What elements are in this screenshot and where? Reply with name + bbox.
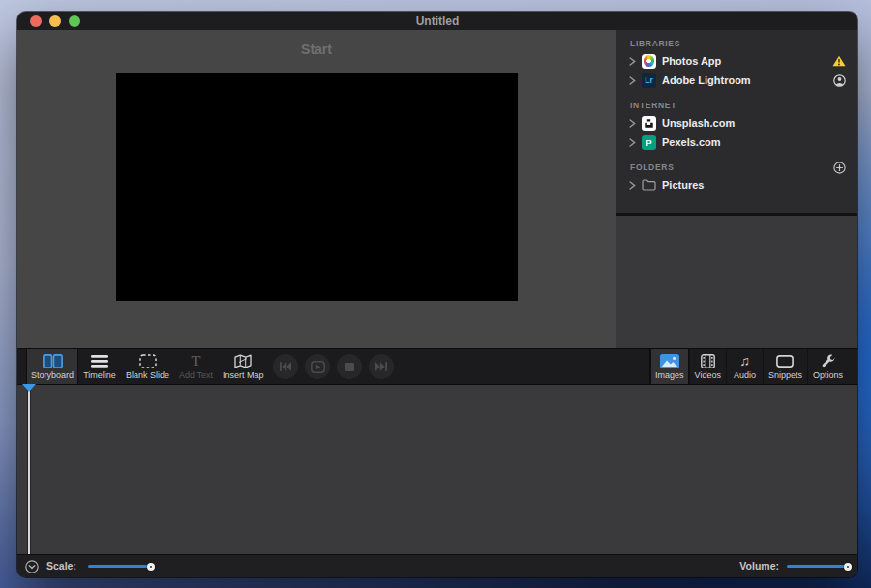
audio-tab-button[interactable]: ♫ Audio (726, 349, 763, 384)
traffic-lights (30, 15, 80, 27)
section-header-libraries: LIBRARIES (616, 36, 857, 51)
pexels-icon: P (642, 135, 656, 150)
storyboard-icon (43, 354, 63, 368)
minimize-button[interactable] (49, 15, 61, 27)
play-button[interactable] (305, 354, 330, 379)
main-content: Start LIBRARIES Photos App (17, 30, 857, 348)
volume-slider-knob[interactable] (844, 563, 852, 571)
skip-to-start-button[interactable] (273, 354, 298, 379)
blank-slide-icon (139, 354, 157, 368)
media-browser-panel[interactable] (616, 216, 857, 348)
add-folder-icon[interactable] (833, 162, 846, 174)
images-icon (660, 354, 679, 368)
insert-map-icon (234, 354, 252, 368)
preview-pane: Start (17, 30, 616, 348)
source-list: LIBRARIES Photos App (616, 30, 857, 213)
chevron-right-icon[interactable] (629, 57, 636, 66)
window-title: Untitled (17, 15, 857, 28)
section-header-internet: INTERNET (616, 98, 857, 113)
playhead-line[interactable] (28, 387, 30, 554)
audio-icon: ♫ (739, 354, 750, 368)
photos-app-icon (642, 54, 656, 69)
sidebar-item-photos-app[interactable]: Photos App (616, 51, 857, 71)
folder-icon (642, 178, 656, 192)
sidebar-item-label: Adobe Lightroom (662, 74, 751, 86)
playhead-marker[interactable] (22, 384, 36, 392)
chevron-right-icon[interactable] (629, 119, 636, 128)
storyboard-area[interactable] (17, 385, 857, 554)
section-label: LIBRARIES (630, 39, 680, 48)
chevron-right-icon[interactable] (629, 76, 636, 85)
lightroom-icon: Lr (642, 74, 656, 88)
sidebar-item-label: Unsplash.com (662, 117, 735, 129)
media-sidebar: LIBRARIES Photos App (616, 30, 857, 348)
app-window: Untitled Start LIBRARIES (17, 12, 857, 577)
videos-icon (701, 354, 715, 368)
account-icon[interactable] (833, 74, 846, 87)
sidebar-item-pexels[interactable]: P Pexels.com (616, 132, 857, 152)
toolbar-right-group: Images Videos ♫ Audio (649, 349, 848, 384)
options-tab-button[interactable]: Options (807, 349, 848, 384)
preview-stage[interactable] (116, 74, 518, 301)
toolbar: Storyboard Timeline Blank Slide T (17, 348, 857, 385)
titlebar[interactable]: Untitled (17, 12, 857, 30)
sidebar-item-unsplash[interactable]: Unsplash.com (616, 113, 857, 132)
unsplash-icon (642, 116, 656, 131)
volume-slider[interactable] (787, 565, 845, 569)
chevron-right-icon[interactable] (629, 181, 636, 190)
timeline-button[interactable]: Timeline (78, 349, 121, 384)
playback-controls (273, 349, 394, 384)
bottom-bar: Scale: Volume: (17, 554, 857, 577)
images-tab-button[interactable]: Images (649, 349, 689, 384)
timeline-icon (91, 354, 108, 368)
add-text-button[interactable]: T Add Text (174, 349, 218, 384)
storyboard-button[interactable]: Storyboard (26, 349, 78, 384)
insert-map-button[interactable]: Insert Map (218, 349, 269, 384)
sidebar-item-adobe-lightroom[interactable]: Lr Adobe Lightroom (616, 71, 857, 90)
skip-to-end-button[interactable] (369, 354, 394, 379)
add-text-icon: T (191, 354, 200, 368)
snippets-tab-button[interactable]: Snippets (763, 349, 807, 384)
scale-slider-knob[interactable] (147, 563, 155, 571)
snippets-icon (776, 354, 794, 368)
warning-icon[interactable] (832, 55, 846, 67)
toolbar-left-group: Storyboard Timeline Blank Slide T (26, 349, 268, 384)
section-label: FOLDERS (630, 162, 675, 172)
videos-tab-button[interactable]: Videos (689, 349, 726, 384)
scale-slider[interactable] (88, 565, 148, 569)
sidebar-item-pictures[interactable]: Pictures (616, 175, 857, 194)
sidebar-item-label: Photos App (662, 55, 721, 67)
desktop-wallpaper: Untitled Start LIBRARIES (0, 0, 871, 588)
volume-label: Volume: (739, 561, 779, 572)
close-button[interactable] (30, 15, 42, 27)
chevron-right-icon[interactable] (629, 138, 636, 147)
fullscreen-button[interactable] (69, 15, 80, 27)
sidebar-item-label: Pexels.com (662, 136, 721, 148)
options-wrench-icon (821, 354, 835, 368)
collapse-chevron-button[interactable] (25, 560, 39, 573)
scale-label: Scale: (46, 561, 76, 572)
section-label: INTERNET (630, 101, 676, 110)
blank-slide-button[interactable]: Blank Slide (121, 349, 174, 384)
slide-title: Start (17, 42, 616, 57)
sidebar-item-label: Pictures (662, 179, 704, 191)
stop-button[interactable] (337, 354, 362, 379)
section-header-folders: FOLDERS (616, 160, 857, 175)
